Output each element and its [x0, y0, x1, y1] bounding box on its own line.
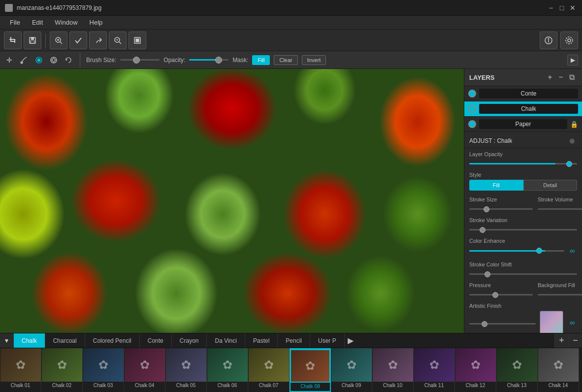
thumbnail-item[interactable]: ✿Chalk 05 — [165, 348, 207, 392]
layer-item-paper[interactable]: Paper 🔒 — [464, 117, 582, 132]
thumbnail-item[interactable]: ✿Chalk 06 — [207, 348, 248, 392]
layer-visibility-paper[interactable] — [468, 120, 476, 128]
detail-style-button[interactable]: Detail — [523, 180, 578, 191]
thumbnail-item[interactable]: ✿Chalk 11 — [414, 348, 455, 392]
settings-button[interactable] — [560, 32, 578, 49]
menu-file[interactable]: File — [4, 17, 26, 28]
thumbnail-item[interactable]: ✿Chalk 04 — [124, 348, 165, 392]
add-preset-button[interactable]: + — [554, 333, 568, 348]
color-enhance-slider[interactable] — [469, 250, 564, 252]
thumbnail-item[interactable]: ✿Chalk 02 — [41, 348, 83, 392]
thumbnail-item[interactable]: ✿Chalk 07 — [248, 348, 290, 392]
confirm-button[interactable] — [69, 32, 87, 49]
rotate-icon[interactable] — [63, 55, 74, 65]
thumbnail-image: ✿ — [207, 348, 248, 382]
stroke-size-col: Stroke Size — [469, 196, 533, 211]
menu-window[interactable]: Window — [49, 17, 83, 28]
zoom-in-button[interactable] — [50, 32, 67, 49]
adjust-options-icon[interactable]: ⊕ — [567, 136, 577, 146]
invert-mask-button[interactable]: Invert — [302, 55, 326, 65]
layer-name-button-conte[interactable]: Conte — [479, 89, 578, 98]
thumbnail-label: Chalk 05 — [165, 382, 206, 389]
move-icon[interactable]: ✛ — [4, 55, 15, 65]
canvas-area[interactable] — [0, 69, 464, 333]
menu-edit[interactable]: Edit — [26, 17, 49, 28]
remove-preset-button[interactable]: − — [568, 333, 582, 348]
svg-rect-2 — [14, 39, 15, 43]
thumbnail-label: Chalk 08 — [291, 383, 330, 390]
menu-help[interactable]: Help — [84, 17, 109, 28]
add-layer-button[interactable]: + — [545, 72, 555, 83]
dropper-icon[interactable] — [33, 55, 44, 65]
opacity-slider[interactable] — [189, 59, 228, 61]
maximize-button[interactable]: □ — [557, 3, 566, 12]
redo-button[interactable] — [89, 32, 107, 49]
layer-name-button-chalk[interactable]: Chalk — [479, 104, 578, 114]
stroke-two-col: Stroke Size Stroke Volume — [469, 196, 577, 211]
expand-panel-button[interactable]: ▶ — [567, 55, 578, 65]
brush-size-slider[interactable] — [120, 59, 160, 61]
tab-user-p[interactable]: User P — [310, 333, 345, 348]
background-fill-slider[interactable] — [538, 294, 582, 295]
tabs-scroll-left[interactable]: ▼ — [0, 333, 14, 348]
thumbnail-item[interactable]: ✿Chalk 14 — [538, 348, 579, 392]
fill-mask-button[interactable]: Fill — [252, 55, 270, 65]
svg-point-23 — [37, 59, 40, 62]
thumbnail-item[interactable]: ✿Chalk 10 — [372, 348, 414, 392]
target-icon[interactable] — [48, 55, 59, 65]
stroke-variation-slider[interactable] — [469, 229, 577, 230]
stroke-color-shift-section: Stroke Color Shift — [464, 259, 582, 279]
thumbnail-item[interactable]: ✿Chalk 01 — [0, 348, 41, 392]
thumbnail-label: Chalk 11 — [414, 382, 454, 389]
layer-item-conte[interactable]: Conte — [464, 86, 582, 101]
brush-icon[interactable] — [19, 55, 30, 65]
layer-opacity-slider[interactable] — [469, 163, 577, 164]
close-button[interactable]: ✕ — [568, 3, 577, 12]
tab-pastel[interactable]: Pastel — [245, 333, 278, 348]
tab-charcoal[interactable]: Charcoal — [45, 333, 85, 348]
thumbnail-item[interactable]: ✿Chalk 03 — [83, 348, 124, 392]
thumbnail-item[interactable]: ✿Chalk 12 — [455, 348, 496, 392]
artistic-finish-thumbnail[interactable] — [540, 311, 563, 333]
stroke-size-label: Stroke Size — [469, 196, 533, 202]
zoom-out-button[interactable] — [109, 32, 127, 49]
remove-layer-button[interactable]: − — [555, 72, 566, 83]
layer-name-button-paper[interactable]: Paper — [479, 119, 567, 129]
thumbnail-item[interactable]: ✿Chalk 09 — [331, 348, 372, 392]
artistic-finish-link-icon[interactable]: ∞ — [567, 318, 577, 327]
svg-point-25 — [52, 59, 55, 62]
thumbnail-image: ✿ — [373, 348, 413, 382]
thumbnail-label: Chalk 14 — [538, 382, 579, 389]
layer-opacity-label: Layer Opacity — [469, 151, 577, 157]
layer-item-chalk[interactable]: Chalk — [464, 101, 582, 117]
artistic-finish-slider[interactable] — [469, 323, 536, 325]
thumbnail-label: Chalk 03 — [83, 382, 124, 389]
crop-tool-button[interactable] — [4, 32, 22, 49]
save-button[interactable] — [24, 32, 41, 49]
duplicate-layer-button[interactable]: ⧉ — [566, 72, 577, 83]
clear-mask-button[interactable]: Clear — [274, 55, 297, 65]
stroke-color-shift-slider[interactable] — [469, 273, 577, 275]
tab-colored-pencil[interactable]: Colored Pencil — [85, 333, 140, 348]
tab-pencil[interactable]: Pencil — [278, 333, 310, 348]
stroke-size-slider[interactable] — [469, 208, 533, 210]
thumbnail-item[interactable]: ✿Chalk 13 — [496, 348, 538, 392]
pressure-slider[interactable] — [469, 294, 533, 295]
tab-crayon[interactable]: Crayon — [172, 333, 207, 348]
layer-visibility-conte[interactable] — [468, 90, 476, 98]
thumbnail-label: Chalk 13 — [496, 382, 537, 389]
layer-visibility-chalk[interactable] — [468, 105, 476, 113]
tab-da-vinci[interactable]: Da Vinci — [207, 333, 245, 348]
tab-chalk[interactable]: Chalk — [14, 333, 45, 348]
fit-view-button[interactable] — [129, 32, 146, 49]
stroke-volume-slider[interactable] — [538, 208, 582, 210]
fill-style-button[interactable]: Fill — [469, 180, 523, 191]
stroke-volume-label: Stroke Volume — [538, 196, 582, 202]
stroke-color-shift-label: Stroke Color Shift — [469, 261, 577, 267]
info-button[interactable] — [540, 32, 557, 49]
tab-conte[interactable]: Conte — [140, 333, 172, 348]
thumbnail-item[interactable]: ✿Chalk 08 — [290, 348, 331, 392]
minimize-button[interactable]: − — [547, 3, 555, 12]
bottom-tabs: ▼ Chalk Charcoal Colored Pencil Conte Cr… — [0, 333, 582, 348]
color-enhance-link-icon[interactable]: ∞ — [567, 246, 577, 256]
